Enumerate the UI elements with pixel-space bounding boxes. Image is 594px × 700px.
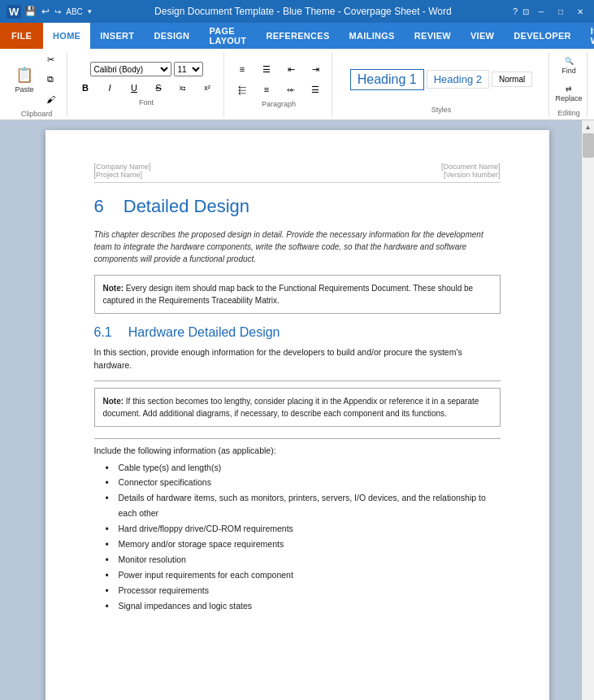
align-right-button[interactable]: ⬰ [280,80,302,98]
word-icon: W [7,5,21,19]
font-label: Font [139,98,154,107]
section1-title: Hardware Detailed Design [128,325,280,340]
list-item: Processor requirements [102,583,501,598]
ribbon-group-editing: 🔍 Find ⇄ Replace Editing [551,52,587,117]
company-name-field: [Company Name] [94,163,151,171]
tab-file[interactable]: FILE [0,23,43,49]
redo-icon[interactable]: ↪ [53,6,63,18]
close-button[interactable]: ✕ [573,5,587,18]
replace-label: Replace [555,94,582,102]
chapter-title: Detailed Design [124,196,249,217]
paste-label: Paste [15,85,33,93]
bullet-list: Cable type(s) and length(s)Connector spe… [94,460,501,614]
ribbon-group-paragraph: ≡ ☰ ⇤ ⇥ ⬱ ≡ ⬰ ☰ Paragraph [226,52,332,117]
heading2-style[interactable]: Heading 2 [427,70,489,89]
chapter-number: 6 [94,196,104,217]
indent-decrease-button[interactable]: ⇤ [280,60,302,78]
copy-icon: ⧉ [47,74,54,85]
title-bar-left: W 💾 ↩ ↪ ABC ▾ [7,4,93,19]
ribbon-collapse-icon[interactable]: ⊡ [522,7,529,16]
scroll-track[interactable] [582,133,594,700]
cut-button[interactable]: ✂ [39,51,62,69]
section1-number: 6.1 [94,325,112,340]
quick-access-toolbar[interactable]: W 💾 ↩ ↪ ABC ▾ [7,4,93,19]
tab-view[interactable]: VIEW [461,23,504,49]
chapter-heading: 6 Detailed Design [94,196,501,217]
normal-style[interactable]: Normal [492,72,532,87]
save-icon[interactable]: 💾 [23,4,38,19]
font-family-select[interactable]: Calibri (Body) [90,62,171,76]
heading1-style[interactable]: Heading 1 [350,69,424,90]
strikethrough-button[interactable]: S [147,79,170,97]
underline-button[interactable]: U [123,79,145,97]
page-header: [Company Name] [Project Name] [Document … [94,163,501,183]
list-item: Signal impedances and logic states [102,598,501,614]
divider-1 [94,380,501,381]
find-button[interactable]: 🔍 Find [556,52,582,80]
ribbon-tabs: FILE HOME INSERT DESIGN PAGE LAYOUT REFE… [0,23,594,49]
clipboard-label: Clipboard [21,110,53,118]
justify-button[interactable]: ☰ [304,80,327,98]
list-item: Cable type(s) and length(s) [102,460,501,476]
tab-design[interactable]: DESIGN [144,23,199,49]
list-item: Monitor resolution [102,552,501,567]
subscript-button[interactable]: x₂ [171,79,194,97]
tab-insert[interactable]: INSERT [90,23,144,49]
tab-home[interactable]: HOME [43,23,90,49]
replace-icon: ⇄ [566,85,572,93]
tab-review[interactable]: REVIEW [405,23,461,49]
editing-label: Editing [557,109,580,117]
restore-button[interactable]: □ [553,5,568,18]
format-painter-icon: 🖌 [46,94,55,104]
chapter-description: This chapter describes the proposed desi… [94,228,501,265]
find-label: Find [561,67,576,75]
tab-mailings[interactable]: MAILINGS [340,23,405,49]
scroll-thumb[interactable] [583,133,594,158]
copy-button[interactable]: ⧉ [39,71,62,89]
italic-button[interactable]: I [98,79,121,97]
format-painter-button[interactable]: 🖌 [39,90,62,108]
tab-developer[interactable]: DEVELOPER [504,23,581,49]
undo-icon[interactable]: ↩ [40,4,51,19]
list-item: Memory and/or storage space requirements [102,537,501,552]
align-center-button[interactable]: ≡ [255,80,278,98]
project-name-field: [Project Name] [94,171,151,179]
replace-button[interactable]: ⇄ Replace [556,80,582,107]
note-box-1: Note: Every design item should map back … [94,275,501,314]
section-heading-1: 6.1 Hardware Detailed Design [94,325,501,340]
vertical-scrollbar[interactable]: ▲ ▼ [581,120,594,700]
section1-intro: In this section, provide enough informat… [94,346,501,372]
bullets-button[interactable]: ≡ [231,60,254,78]
numbering-button[interactable]: ☰ [255,60,278,78]
note2-text: If this section becomes too lengthy, con… [103,397,479,418]
ribbon-group-styles: Heading 1 Heading 2 Normal Styles [334,52,549,117]
help-icon[interactable]: ? [513,7,518,16]
user-name[interactable]: Ivan Walsh [581,23,594,49]
note1-text: Every design item should map back to the… [103,284,474,305]
paste-icon: 📋 [15,66,33,84]
note1-label: Note: [103,284,124,293]
tab-references[interactable]: REFERENCES [256,23,339,49]
ribbon-group-clipboard: 📋 Paste ✂ ⧉ 🖌 Clipboard [7,52,67,117]
ribbon-group-font: Calibri (Body) 11 B I U S x₂ x² Font [69,52,224,117]
bold-button[interactable]: B [74,79,97,97]
note2-label: Note: [103,397,124,406]
customize-icon[interactable]: ▾ [86,6,93,17]
superscript-button[interactable]: x² [196,79,219,97]
tab-page-layout[interactable]: PAGE LAYOUT [199,23,256,49]
ribbon: FILE HOME INSERT DESIGN PAGE LAYOUT REFE… [0,23,594,49]
window-controls[interactable]: ? ⊡ ─ □ ✕ [513,5,587,18]
minimize-button[interactable]: ─ [534,5,548,18]
align-left-button[interactable]: ⬱ [231,80,254,98]
note-box-2: Note: If this section becomes too length… [94,388,501,427]
document-area: ▲ ▼ [Company Name] [Project Name] [Docum… [0,120,594,700]
spelling-icon[interactable]: ABC [64,6,85,18]
divider-2 [94,438,501,439]
list-item: Power input requirements for each compon… [102,567,501,583]
paste-button[interactable]: 📋 Paste [11,60,37,99]
font-size-select[interactable]: 11 [174,62,203,76]
scroll-up-arrow[interactable]: ▲ [582,120,595,133]
include-text: Include the following information (as ap… [94,446,501,455]
indent-increase-button[interactable]: ⇥ [304,60,327,78]
document-page: [Company Name] [Project Name] [Document … [46,130,549,700]
